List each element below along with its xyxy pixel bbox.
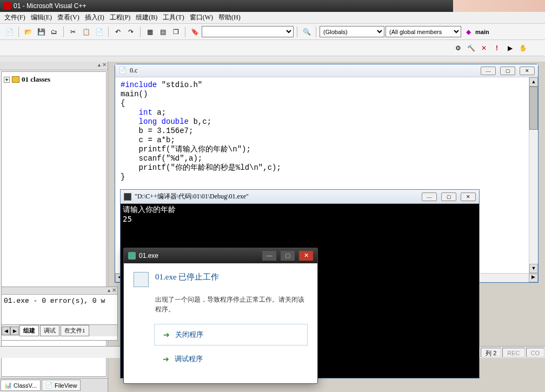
dialog-titlebar[interactable]: 01.exe — ▢ ✕ [124,248,317,263]
output-tabs: ◀ ▶ 组建 调试 在文件1 [2,324,117,336]
tab-nav-right[interactable]: ▶ [10,327,19,335]
app-title: 01 - Microsoft Visual C++ [14,2,87,10]
build-icon[interactable]: 🔨 [465,42,477,54]
windows-icon[interactable]: ❐ [170,26,182,38]
menu-help[interactable]: 帮助(H) [218,13,241,22]
arrow-icon: ➔ [163,355,169,364]
tree-root-label: 01 classes [22,75,50,84]
workspace-icon[interactable]: ▦ [144,26,156,38]
debug-program-button[interactable]: ➔ 调试程序 [154,349,308,369]
bookmark-icon[interactable]: 🔖 [189,26,201,38]
undo-icon[interactable]: ↶ [112,26,124,38]
code-window-title: 0.c [130,67,137,75]
open-icon[interactable]: 📂 [22,26,34,38]
output-tab-find1[interactable]: 在文件1 [61,325,89,336]
tab-nav-left[interactable]: ◀ [2,327,10,335]
menu-insert[interactable]: 插入(I) [85,13,104,22]
copy-icon[interactable]: 📋 [80,26,92,38]
console-minimize[interactable]: — [422,192,437,201]
close-button[interactable]: ✕ [520,67,535,75]
paste-icon[interactable]: 📄 [93,26,105,38]
status-rec: REC [502,348,524,357]
scroll-thumb[interactable] [529,87,538,130]
run-icon[interactable]: ! [491,42,503,54]
toolbar-build: ⚙ 🔨 ✕ ! ▶ ✋ [0,40,545,56]
panel-close-icon[interactable]: ▴ ✕ [98,62,107,68]
output-panel: ▴ ✕ 01.exe - 0 error(s), 0 w ◀ ▶ 组建 调试 在… [1,287,118,341]
output-tab-debug[interactable]: 调试 [40,325,59,336]
console-titlebar[interactable]: "D:\C++编译器\代码\01\01\Debug\01.exe" — ▢ ✕ [121,190,479,204]
menu-view[interactable]: 查看(V) [57,13,79,22]
arrow-icon: ➔ [163,330,170,340]
workspace-panel: ▴ ✕ + 01 classes 📊 ClassV... 📄 FileView [0,62,108,392]
folder-icon [12,76,19,83]
menu-window[interactable]: 窗口(W) [190,13,213,22]
crash-dialog: 01.exe — ▢ ✕ 01.exe 已停止工作 出现了一个问题，导致程序停止… [123,248,318,384]
toolbar-main: 📄 📂 💾 🗂 ✂ 📋 📄 ↶ ↷ ▦ ▤ ❐ 🔖 🔍 (Globals) (A… [0,24,545,40]
dialog-close[interactable]: ✕ [299,251,313,261]
console-title: "D:\C++编译器\代码\01\01\Debug\01.exe" [135,192,249,201]
fileview-icon: 📄 [45,382,53,389]
stop-build-icon[interactable]: ✕ [478,42,490,54]
menu-build[interactable]: 组建(B) [136,13,157,22]
expand-icon[interactable]: + [4,77,10,83]
func-marker-icon: ◆ [462,26,474,38]
app-badge-icon [134,272,149,287]
output-close-icon[interactable]: ▴ ✕ [108,287,116,293]
members-combo[interactable]: (All global members [386,26,461,37]
panel-header: ▴ ✕ [0,62,108,70]
status-col-label: 列 2 [481,348,501,357]
code-window-titlebar[interactable]: 📄 0.c — ▢ ✕ [115,64,538,77]
output-icon[interactable]: ▤ [157,26,169,38]
save-all-icon[interactable]: 🗂 [48,26,60,38]
redo-icon[interactable]: ↷ [125,26,137,38]
dialog-minimize[interactable]: — [262,251,276,261]
status-col: CO [526,348,545,357]
dialog-maximize[interactable]: ▢ [281,251,295,261]
dialog-body: 01.exe 已停止工作 出现了一个问题，导致程序停止正常工作。请关闭该程序。 … [124,263,317,383]
minimize-button[interactable]: — [481,67,496,75]
menu-edit[interactable]: 编辑(E) [31,13,52,22]
menu-project[interactable]: 工程(P) [110,13,131,22]
scroll-right-icon[interactable]: ▶ [529,274,538,282]
tree-root[interactable]: + 01 classes [4,74,104,85]
main-label: main [475,29,489,35]
doc-icon: 📄 [118,67,127,75]
output-text[interactable]: 01.exe - 0 error(s), 0 w [2,295,117,324]
tab-fileview[interactable]: 📄 FileView [42,380,81,391]
compile-icon[interactable]: ⚙ [452,42,464,54]
scroll-down-icon[interactable]: ▼ [529,264,538,273]
output-tab-build[interactable]: 组建 [19,325,39,336]
close-program-button[interactable]: ➔ 关闭程序 [154,324,308,346]
dialog-heading: 01.exe 已停止工作 [155,272,219,282]
app-icon [3,2,11,10]
classview-icon: 📊 [4,382,12,389]
dialog-message: 出现了一个问题，导致程序停止正常工作。请关闭该程序。 [155,295,308,314]
vertical-scrollbar[interactable]: ▲ ▼ [529,77,538,273]
console-icon [124,193,131,201]
find-icon[interactable]: 🔍 [301,26,313,38]
go-icon[interactable]: ▶ [504,42,516,54]
menu-tools[interactable]: 工具(T) [163,13,184,22]
find-combo[interactable] [202,26,294,37]
dialog-app-icon [128,252,136,260]
menu-file[interactable]: 文件(F) [4,13,25,22]
breakpoint-icon[interactable]: ✋ [517,42,529,54]
save-icon[interactable]: 💾 [35,26,47,38]
maximize-button[interactable]: ▢ [500,67,515,75]
cut-icon[interactable]: ✂ [67,26,79,38]
output-header: ▴ ✕ [2,287,117,295]
dialog-title-text: 01.exe [139,252,158,260]
new-icon[interactable]: 📄 [3,26,15,38]
tab-classview[interactable]: 📊 ClassV... [1,380,41,391]
globals-combo[interactable]: (Globals) [320,26,384,37]
workspace-tabs: 📊 ClassV... 📄 FileView [0,378,108,392]
scroll-up-icon[interactable]: ▲ [529,77,538,87]
console-close[interactable]: ✕ [461,192,476,201]
menubar: 文件(F) 编辑(E) 查看(V) 插入(I) 工程(P) 组建(B) 工具(T… [0,12,545,24]
decorative-bg [453,0,545,12]
console-maximize[interactable]: ▢ [441,192,456,201]
